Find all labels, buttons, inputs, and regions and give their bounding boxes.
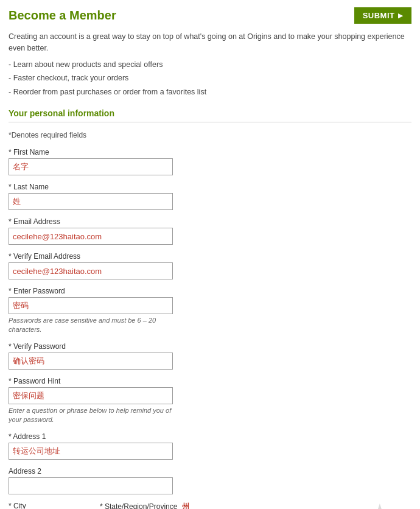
city-label: * City	[9, 502, 88, 509]
required-note: *Denotes required fields	[9, 131, 411, 139]
intro-paragraph: Creating an account is a great way to st…	[9, 31, 411, 54]
address1-label: * Address 1	[9, 432, 411, 441]
intro-list-item-3: - Reorder from past purchases or order f…	[9, 85, 411, 99]
first-name-group: * First Name	[9, 148, 411, 175]
password-hint-label: * Password Hint	[9, 377, 411, 385]
password-hint-text: Passwords are case sensitive and must be…	[9, 316, 173, 335]
address2-input[interactable]	[9, 477, 173, 494]
first-name-input[interactable]	[9, 158, 173, 175]
intro-list-item-1: - Learn about new products and special o…	[9, 58, 411, 72]
city-state-row: * City * State/Region/Province 州 Please …	[9, 502, 411, 509]
address1-input[interactable]	[9, 443, 173, 460]
password-hint-desc: Enter a question or phrase below to help…	[9, 406, 173, 425]
submit-label: SUBMIT	[363, 11, 395, 20]
state-label: * State/Region/Province 州	[100, 502, 189, 509]
verify-email-input[interactable]	[9, 262, 173, 279]
verify-email-group: * Verify Email Address	[9, 252, 411, 279]
verify-email-label: * Verify Email Address	[9, 252, 411, 261]
address2-group: Address 2	[9, 467, 411, 494]
verify-password-label: * Verify Password	[9, 342, 411, 351]
verify-password-input[interactable]	[9, 353, 173, 370]
header-row: Become a Member SUBMIT ▶	[9, 7, 411, 24]
password-hint-group: * Password Hint Enter a question or phra…	[9, 377, 411, 425]
intro-list-item-2: - Faster checkout, track your orders	[9, 71, 411, 85]
address1-group: * Address 1	[9, 432, 411, 460]
state-group: * State/Region/Province 州 Please Select	[100, 502, 189, 509]
verify-password-group: * Verify Password	[9, 342, 411, 370]
email-group: * Email Address	[9, 217, 411, 245]
password-hint-input[interactable]	[9, 387, 173, 404]
password-group: * Enter Password Passwords are case sens…	[9, 287, 411, 335]
address2-label: Address 2	[9, 467, 411, 476]
page-title: Become a Member	[9, 9, 116, 23]
submit-arrow-icon: ▶	[398, 12, 404, 19]
email-input[interactable]	[9, 228, 173, 245]
email-label: * Email Address	[9, 217, 411, 226]
state-annotation: 州	[182, 502, 189, 509]
section-title: Your personal information	[9, 108, 411, 122]
city-group: * City	[9, 502, 88, 509]
last-name-label: * Last Name	[9, 183, 411, 191]
last-name-group: * Last Name	[9, 183, 411, 210]
submit-button[interactable]: SUBMIT ▶	[354, 7, 411, 24]
first-name-label: * First Name	[9, 148, 411, 156]
password-label: * Enter Password	[9, 287, 411, 295]
intro-list: - Learn about new products and special o…	[9, 58, 411, 99]
last-name-input[interactable]	[9, 193, 173, 210]
password-input[interactable]	[9, 297, 173, 314]
